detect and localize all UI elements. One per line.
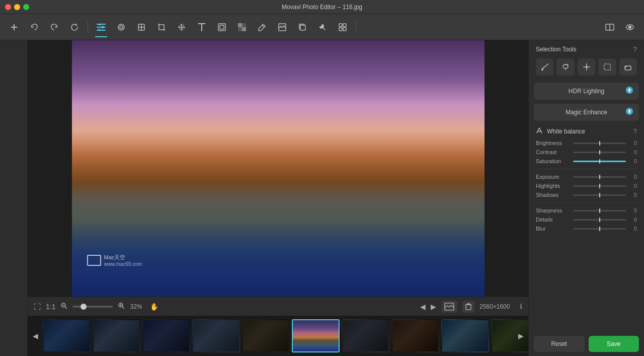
contrast-slider[interactable] [573,152,626,153]
lasso-button[interactable] [556,58,574,76]
landscape-button[interactable] [273,18,291,36]
exposure-slider[interactable] [573,176,626,178]
maximize-button[interactable] [23,4,29,10]
magic-enhance-label: Magic Enhance [566,109,607,116]
zoom-1to1-button[interactable]: 1:1 [46,303,55,311]
thumb-3[interactable] [142,319,190,352]
thumb-9[interactable] [441,319,489,352]
brush-select-button[interactable] [536,58,553,76]
prev-button[interactable]: ◀ [420,303,426,311]
panel-actions: Reset Save [529,332,644,356]
svg-rect-48 [604,64,610,70]
save-button[interactable]: Save [589,336,639,352]
app-title: Movavi Photo Editor – 116.jpg [282,4,362,11]
delete-button[interactable] [462,301,474,313]
blur-thumb [599,227,600,231]
svg-point-7 [98,29,101,31]
bottom-bar: ⛶ 1:1 32% ✋ ◀ ▶ 2560×160 [28,297,528,316]
left-sidebar [0,40,28,356]
brightness-slider[interactable] [573,143,626,144]
next-button[interactable]: ▶ [431,303,436,311]
info-button[interactable]: ℹ [520,303,522,310]
image-icon [441,301,457,313]
redo-button[interactable] [45,18,63,36]
svg-line-34 [65,307,67,309]
close-button[interactable] [5,4,11,10]
pan-button[interactable]: ✋ [150,303,158,311]
filmstrip-prev[interactable]: ◀ [30,331,40,341]
retouch-button[interactable] [112,18,130,36]
split-view-button[interactable] [601,18,619,36]
right-panel: Selection Tools ? HDR Lighting [528,40,644,356]
svg-rect-28 [343,28,346,31]
brightness-value: 0 [629,140,637,146]
sharpness-slider[interactable] [573,210,626,211]
zoom-out-button[interactable] [60,302,67,311]
pencil-button[interactable] [253,18,271,36]
saturation-value: 0 [629,158,637,164]
undo-button[interactable] [25,18,43,36]
preview-button[interactable] [621,18,639,36]
crop-button[interactable] [152,18,171,36]
thumb-5[interactable] [242,319,290,352]
fullscreen-button[interactable]: ⛶ [34,303,41,311]
eraser-button[interactable] [619,58,637,76]
svg-rect-41 [466,305,471,310]
saturation-label: Saturation [536,158,570,164]
selection-button[interactable] [173,18,191,36]
thumb-2[interactable] [93,319,140,352]
svg-point-47 [586,66,588,68]
blur-label: Blur [536,226,570,232]
point-select-button[interactable] [578,58,595,76]
thumb-6[interactable] [292,319,340,352]
filmstrip-next[interactable]: ▶ [516,331,526,341]
selection-tools-title: Selection Tools [536,46,577,53]
thumb-1[interactable] [43,319,91,352]
contrast-label: Contrast [536,149,570,155]
divider-1 [534,169,639,169]
frame-button[interactable] [213,18,231,36]
filters-button[interactable] [92,18,110,36]
details-slider[interactable] [573,219,626,221]
bottom-right: ◀ ▶ 2560×1600 ℹ [420,301,522,313]
white-balance-title: White balance [547,128,629,135]
zoom-in-button[interactable] [118,302,125,311]
rect-select-button[interactable] [598,58,616,76]
selection-tools-header: Selection Tools ? [529,40,644,56]
reset-button[interactable]: Reset [534,336,585,352]
svg-rect-3 [97,27,106,28]
thumb-4[interactable] [192,319,240,352]
thumb-8[interactable] [391,319,439,352]
highlights-slider[interactable] [573,185,626,187]
refresh-button[interactable] [65,18,84,36]
svg-point-5 [99,24,101,26]
transform-button[interactable] [132,18,150,36]
blur-slider[interactable] [573,228,626,230]
svg-line-37 [122,307,124,309]
blur-row: Blur 0 [529,224,644,233]
layers-button[interactable] [334,18,352,36]
svg-rect-27 [339,28,342,31]
shadows-slider[interactable] [573,194,626,196]
magic-enhance-button[interactable]: Magic Enhance [534,104,639,121]
highlights-label: Highlights [536,183,570,189]
photo-container[interactable]: Mac天空 www.mac69.com [28,40,528,297]
svg-rect-24 [300,25,305,30]
zoom-slider[interactable] [72,306,113,308]
separator-1 [88,21,88,33]
text-button[interactable] [193,18,211,36]
copy-button[interactable] [293,18,311,36]
saturation-slider[interactable] [573,161,626,162]
contrast-value: 0 [629,149,637,155]
thumb-7[interactable] [342,319,389,352]
separator-2 [356,21,356,33]
background-button[interactable] [233,18,251,36]
pin-button[interactable] [313,18,332,36]
shadows-label: Shadows [536,192,570,198]
white-balance-help[interactable]: ? [633,127,637,135]
minimize-button[interactable] [14,4,20,10]
brightness-label: Brightness [536,140,570,146]
add-button[interactable] [5,18,23,36]
hdr-lighting-button[interactable]: HDR Lighting [534,83,639,100]
selection-tools-help[interactable]: ? [633,45,637,53]
